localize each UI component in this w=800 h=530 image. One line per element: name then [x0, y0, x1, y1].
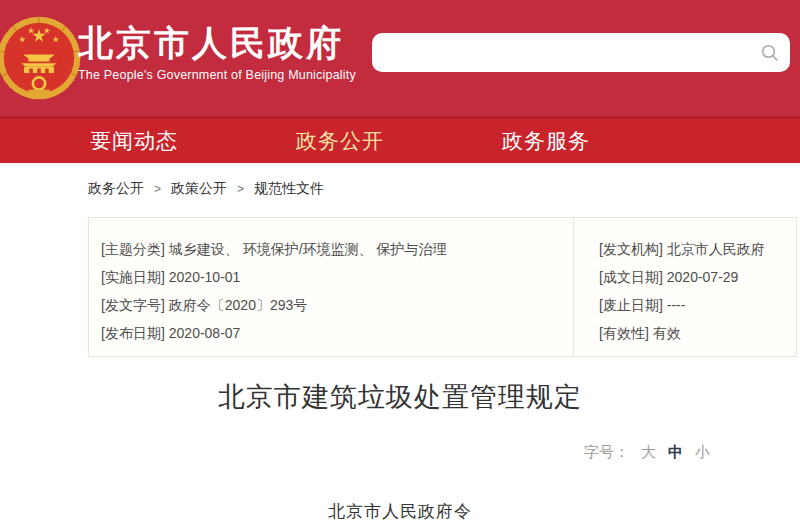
- site-title: 北京市人民政府: [78, 22, 356, 64]
- metadata-label: [发布日期]: [101, 325, 165, 341]
- search-box: [372, 33, 790, 72]
- metadata-row-signed-date: [成文日期]2020-07-29: [599, 263, 794, 291]
- font-size-option-small[interactable]: 小: [695, 443, 710, 462]
- metadata-label: [实施日期]: [101, 269, 165, 285]
- page-title: 北京市建筑垃圾处置管理规定: [0, 379, 800, 415]
- metadata-value: 北京市人民政府: [667, 241, 765, 257]
- metadata-row-issuing-agency: [发文机构]北京市人民政府: [599, 235, 794, 263]
- nav-item-gov-openness[interactable]: 政务公开: [296, 127, 384, 155]
- breadcrumb-separator-icon: >: [154, 182, 161, 196]
- national-emblem-icon: [0, 14, 83, 102]
- metadata-row-validity: [有效性]有效: [599, 319, 794, 347]
- metadata-right-column: [发文机构]北京市人民政府 [成文日期]2020-07-29 [废止日期]---…: [599, 235, 794, 347]
- font-size-selector: 字号： 大 中 小: [584, 443, 710, 462]
- metadata-label: [发文字号]: [101, 297, 165, 313]
- metadata-row-effective-date: [实施日期]2020-10-01: [101, 263, 561, 291]
- search-button[interactable]: [750, 33, 790, 72]
- metadata-column-divider: [573, 218, 574, 356]
- metadata-value: 城乡建设、 环境保护/环境监测、 保护与治理: [169, 241, 447, 257]
- breadcrumb-item-policy[interactable]: 政策公开: [171, 180, 227, 198]
- metadata-value: 政府令〔2020〕293号: [169, 297, 308, 313]
- nav-item-gov-services[interactable]: 政务服务: [502, 127, 590, 155]
- font-size-option-medium[interactable]: 中: [668, 443, 683, 462]
- metadata-left-column: [主题分类]城乡建设、 环境保护/环境监测、 保护与治理 [实施日期]2020-…: [101, 235, 561, 347]
- site-header: 北京市人民政府 The People's Government of Beiji…: [0, 0, 800, 117]
- search-icon: [761, 44, 779, 62]
- metadata-row-repeal-date: [废止日期]----: [599, 291, 794, 319]
- site-title-block[interactable]: 北京市人民政府 The People's Government of Beiji…: [78, 22, 356, 82]
- metadata-value: 2020-07-29: [667, 269, 739, 285]
- metadata-label: [发文机构]: [599, 241, 663, 257]
- main-nav: 要闻动态 政务公开 政务服务: [0, 117, 800, 163]
- breadcrumb: 政务公开 > 政策公开 > 规范性文件: [88, 180, 324, 198]
- metadata-row-doc-number: [发文字号]政府令〔2020〕293号: [101, 291, 561, 319]
- national-emblem-logo[interactable]: [0, 14, 83, 102]
- metadata-value: ----: [667, 297, 686, 313]
- metadata-row-topic: [主题分类]城乡建设、 环境保护/环境监测、 保护与治理: [101, 235, 561, 263]
- nav-item-news[interactable]: 要闻动态: [90, 127, 178, 155]
- search-input[interactable]: [372, 33, 750, 72]
- font-size-option-large[interactable]: 大: [641, 443, 656, 462]
- breadcrumb-item-normative-docs: 规范性文件: [254, 180, 324, 198]
- document-body-heading: 北京市人民政府令: [0, 500, 800, 523]
- page: 北京市人民政府 The People's Government of Beiji…: [0, 0, 800, 530]
- metadata-label: [有效性]: [599, 325, 649, 341]
- metadata-label: [废止日期]: [599, 297, 663, 313]
- metadata-value: 2020-10-01: [169, 269, 241, 285]
- document-metadata-box: [主题分类]城乡建设、 环境保护/环境监测、 保护与治理 [实施日期]2020-…: [88, 217, 797, 357]
- metadata-value: 有效: [653, 325, 681, 341]
- metadata-label: [主题分类]: [101, 241, 165, 257]
- metadata-label: [成文日期]: [599, 269, 663, 285]
- font-size-label: 字号：: [584, 443, 629, 462]
- breadcrumb-separator-icon: >: [237, 182, 244, 196]
- site-subtitle: The People's Government of Beijing Munic…: [78, 68, 356, 82]
- metadata-row-publish-date: [发布日期]2020-08-07: [101, 319, 561, 347]
- breadcrumb-item-gov-openness[interactable]: 政务公开: [88, 180, 144, 198]
- metadata-value: 2020-08-07: [169, 325, 241, 341]
